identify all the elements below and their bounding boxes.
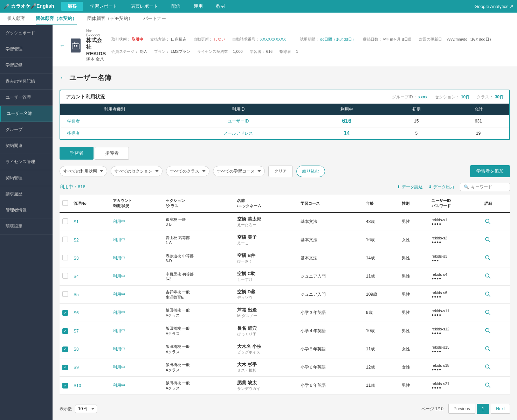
row-userid: rekids-s18 ●●●●: [429, 358, 482, 377]
row-checkbox-7[interactable]: ✓: [62, 346, 68, 352]
prev-button[interactable]: Previous: [448, 404, 475, 414]
page-1-button[interactable]: 1: [477, 404, 490, 414]
keyword-input[interactable]: [471, 184, 506, 189]
row-detail-button[interactable]: [482, 231, 510, 249]
row-checkbox-0[interactable]: [62, 218, 68, 224]
row-checkbox-6[interactable]: ✓: [62, 328, 68, 334]
company-back-button[interactable]: ←: [60, 42, 65, 49]
data-table: 管理No アカウント/利用状況 セクション/クラス 名前/ニックネーム 学習コー…: [60, 195, 510, 395]
company-name: 株式会社 REKIDS: [86, 37, 106, 56]
row-gender: 男性: [399, 212, 429, 231]
row-checkbox-9[interactable]: ✓: [62, 383, 68, 388]
row-detail-button[interactable]: [482, 358, 510, 377]
sidebar-item-past-records[interactable]: 過去の学習記録: [0, 74, 53, 90]
sidebar-item-billing[interactable]: 請求履歴: [0, 186, 53, 202]
row-section: 中目黒校 初等部6-2: [163, 267, 234, 286]
row-detail-button[interactable]: [482, 322, 510, 340]
row-manage-no: S9: [71, 358, 110, 377]
sidebar-item-dashboard[interactable]: ダッシュボード: [0, 25, 53, 41]
sidebar-item-settings[interactable]: 環境設定: [0, 218, 53, 234]
row-detail-button[interactable]: [482, 377, 510, 395]
auto-renew-no-info: 自動請求番号： XXXXXXXXXX: [232, 37, 286, 42]
sidebar-item-contract-management[interactable]: 契約管理: [0, 170, 53, 186]
sidebar-item-admin-info[interactable]: 管理者情報: [0, 202, 53, 218]
clear-button[interactable]: クリア: [268, 166, 293, 177]
row-checkbox-4[interactable]: [62, 291, 68, 297]
row-course: 基本文法: [298, 249, 363, 267]
sidebar-item-study-records[interactable]: 学習記録: [0, 57, 53, 74]
tab-teachers[interactable]: 指導者: [95, 147, 129, 160]
row-detail-button[interactable]: [482, 249, 510, 267]
learners-info: 学習者： 616: [250, 49, 273, 54]
row-name: 空橋 B件 びーさく: [234, 249, 298, 267]
row-manage-no: S1: [71, 212, 110, 231]
svg-rect-0: [72, 44, 79, 49]
keyword-search: 🔍: [460, 183, 510, 191]
logo-text: カラオケ🎤English: [11, 3, 54, 9]
svg-line-21: [489, 368, 490, 369]
svg-line-19: [489, 350, 490, 351]
row-detail-button[interactable]: [482, 340, 510, 358]
row-userid: rekids-s6 ●●●●: [429, 286, 482, 304]
row-detail-button[interactable]: [482, 286, 510, 304]
filter-class[interactable]: すべてのクラス: [166, 166, 209, 176]
sidebar-item-user-management[interactable]: ユーザー管理: [0, 90, 53, 106]
subnav-corporate[interactable]: 団体顧客（本契約）: [36, 13, 77, 25]
table-row: ✓ S7 利用中 飯田橋校 一般Aクラス 長名 踊穴 びっくり子 小学４年英語 …: [60, 322, 510, 340]
nav-item-purchase-report[interactable]: 購買レポート: [124, 2, 164, 11]
account-card-header: アカント利用状況 グループID： xxxx セクション： 10件 クラス： 30: [60, 90, 509, 104]
tab-learners[interactable]: 学習者: [60, 147, 94, 160]
add-learner-button[interactable]: 学習者を追加: [470, 165, 510, 177]
nav-item-customers[interactable]: 顧客: [61, 2, 83, 11]
sidebar-item-user-list[interactable]: ユーザー名簿: [0, 106, 53, 122]
nav-item-materials[interactable]: 教材: [210, 2, 232, 11]
analytics-link[interactable]: Google Analytics ↗: [475, 4, 513, 9]
next-button[interactable]: Next: [491, 404, 510, 414]
account-col-initial: 初期: [385, 104, 447, 115]
row-detail-button[interactable]: [482, 304, 510, 322]
filter-course[interactable]: すべての学習コース: [213, 166, 265, 176]
account-col-active: 利用中: [308, 104, 385, 115]
svg-line-13: [489, 295, 490, 296]
row-gender: 女性: [399, 231, 429, 249]
row-status: 利用中: [110, 249, 163, 267]
row-checkbox-2[interactable]: [62, 255, 68, 260]
subnav-partner[interactable]: パートナー: [143, 13, 166, 25]
row-detail-button[interactable]: [482, 212, 510, 231]
row-checkbox-1[interactable]: [62, 237, 68, 242]
account-total: 19: [447, 127, 509, 140]
select-all-checkbox[interactable]: [62, 200, 68, 206]
nav-item-operations[interactable]: 運用: [187, 2, 209, 11]
row-name: 空橋 C助 しーすけ: [234, 267, 298, 286]
row-course: 小学５年英語: [298, 340, 363, 358]
row-detail-button[interactable]: [482, 267, 510, 286]
nav-item-delivery[interactable]: 配信: [165, 2, 187, 11]
filter-section[interactable]: すべてのセクション: [111, 166, 163, 176]
row-name: 芦霜 出逢 Mrダスノー: [234, 304, 298, 322]
row-checkbox-cell: [60, 286, 71, 304]
page-back-button[interactable]: ←: [60, 74, 66, 82]
sidebar-item-study-management[interactable]: 学習管理: [0, 41, 53, 57]
sidebar-item-license[interactable]: ライセンス管理: [0, 154, 53, 170]
row-course: 小学６年英語: [298, 358, 363, 377]
filter-button[interactable]: 絞り込む: [296, 166, 325, 177]
account-col-total: 合計: [447, 104, 509, 115]
page-size-select[interactable]: 10 件: [75, 405, 97, 413]
row-checkbox-8[interactable]: ✓: [62, 365, 68, 370]
license-info: ライセンス契約数： 1,000: [197, 49, 243, 54]
row-manage-no: S6: [71, 304, 110, 322]
row-checkbox-3[interactable]: [62, 273, 68, 279]
sidebar-item-groups[interactable]: グループ: [0, 122, 53, 138]
subnav-individual[interactable]: 個人顧客: [7, 13, 25, 25]
row-age: 11歳: [363, 377, 399, 395]
download-button[interactable]: ⬇ データ出力: [428, 184, 454, 190]
section-info: セクション： 10件: [435, 94, 470, 100]
subnav-demo[interactable]: 団体顧客（デモ契約）: [87, 13, 133, 25]
filter-status[interactable]: すべての利用状態: [60, 166, 107, 176]
page-content: ← ユーザー名簿 アカント利用状況 グループID： xxxx セクション： 10…: [53, 66, 517, 420]
nav-item-study-report[interactable]: 学習レポート: [84, 2, 124, 11]
sidebar-item-contracts[interactable]: 契約関連: [0, 138, 53, 154]
row-checkbox-5[interactable]: ✓: [62, 310, 68, 316]
top-nav-right: Google Analytics ↗: [475, 4, 513, 9]
upload-button[interactable]: ⬆ データ読込: [397, 184, 423, 190]
